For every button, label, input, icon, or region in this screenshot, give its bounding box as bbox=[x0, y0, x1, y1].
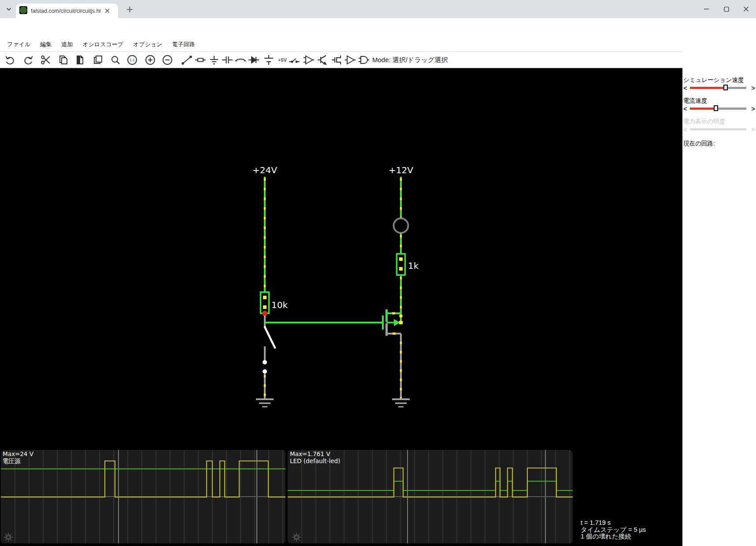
menu-scopes[interactable]: オシロスコープ bbox=[82, 41, 123, 48]
window-minimize-button[interactable] bbox=[697, 0, 716, 18]
circuit-canvas[interactable]: +24V 10k bbox=[0, 68, 682, 546]
slider-handle[interactable] bbox=[723, 85, 728, 90]
tab-title: falstad.com/circuit/circuitjs.htm bbox=[31, 8, 100, 14]
inductor-tool-icon[interactable] bbox=[235, 54, 246, 66]
r1k-label: 1k bbox=[408, 260, 419, 271]
v12-label: +12V bbox=[389, 165, 413, 175]
redo-icon[interactable] bbox=[23, 54, 34, 66]
scope1-title: 電圧源 bbox=[3, 457, 21, 464]
switch-tool-icon[interactable] bbox=[289, 54, 300, 66]
find-icon[interactable] bbox=[110, 54, 121, 66]
cut-scissors-icon[interactable] bbox=[40, 54, 52, 66]
v24-label: +24V bbox=[252, 165, 277, 175]
icon-toolbar: 1:1 +5V bbox=[0, 52, 756, 68]
copy-icon[interactable] bbox=[58, 54, 69, 66]
resistor-10k[interactable]: 10k bbox=[261, 292, 288, 313]
paste-icon[interactable] bbox=[74, 54, 86, 66]
current-circuit-label: 現在の回路: bbox=[683, 140, 715, 148]
opamp-tool-icon[interactable] bbox=[303, 54, 315, 66]
sim-speed-label: シミュレーション速度 bbox=[683, 76, 744, 84]
ground-symbol-left[interactable] bbox=[256, 399, 274, 407]
voltage-rail-12v[interactable]: +12V bbox=[389, 165, 413, 218]
zoom-in-icon[interactable] bbox=[145, 54, 156, 66]
sim-speed-slider[interactable]: < > bbox=[682, 85, 756, 92]
zoom-100-icon[interactable]: 1:1 bbox=[126, 54, 138, 66]
resistor-1k[interactable]: 1k bbox=[397, 254, 419, 275]
scope2-max-label: Max=1.761 V bbox=[290, 450, 330, 457]
sidebar: シミュレーション速度 < > 電流速度 < > 電力表示の明度 < > 現在の回… bbox=[682, 37, 756, 546]
transistor-tool-icon[interactable] bbox=[317, 54, 329, 66]
plus5v-tool-label[interactable]: +5V bbox=[277, 54, 288, 66]
bad-connection-node[interactable] bbox=[262, 311, 267, 316]
slider-handle[interactable] bbox=[714, 105, 718, 111]
slider-right-arrow[interactable]: > bbox=[751, 105, 755, 112]
slider-left-arrow[interactable]: < bbox=[683, 84, 687, 92]
scope-panels[interactable] bbox=[1, 450, 573, 543]
slider-left-arrow[interactable]: < bbox=[683, 105, 687, 112]
current-speed-slider[interactable]: < > bbox=[682, 105, 756, 112]
new-tab-button[interactable] bbox=[124, 4, 135, 15]
ground-tool-icon[interactable] bbox=[208, 54, 220, 66]
scope-panel[interactable] bbox=[1, 450, 285, 543]
browser-tab[interactable]: falstad.com/circuit/circuitjs.htm bbox=[16, 4, 118, 18]
power-brightness-slider: < > bbox=[682, 126, 756, 133]
capacitor-tool-icon[interactable] bbox=[222, 54, 233, 66]
ground-symbol-right[interactable] bbox=[392, 399, 410, 407]
resistor-tool-icon[interactable] bbox=[195, 54, 206, 66]
slider-right-arrow: > bbox=[751, 126, 755, 133]
scope1-settings-gear-icon[interactable] bbox=[4, 533, 13, 542]
ground-wire-left[interactable] bbox=[263, 369, 267, 398]
tab-search-chevron-icon[interactable] bbox=[4, 4, 14, 15]
browser-window: falstad.com/circuit/circuitjs.htm bbox=[0, 0, 756, 546]
tab-close-icon[interactable] bbox=[103, 7, 111, 15]
window-maximize-button[interactable] bbox=[716, 0, 736, 18]
sim-status-text: t = 1.719 s タイムステップ = 5 µs 1 個の壊れた接続 bbox=[581, 520, 646, 540]
undo-icon[interactable] bbox=[4, 54, 15, 66]
sim-time: t = 1.719 s bbox=[581, 519, 611, 526]
svg-text:1:1: 1:1 bbox=[130, 58, 135, 62]
tab-strip: falstad.com/circuit/circuitjs.htm bbox=[0, 0, 756, 18]
browser-nav-bar: falstad.com/circuit/circuitjs.html bbox=[0, 18, 756, 37]
scope2-title: LED (default-led) bbox=[290, 457, 340, 464]
mode-label: Mode: 選択/ドラッグ選択 bbox=[372, 56, 448, 64]
bad-connection-warning: 1 個の壊れた接続 bbox=[581, 533, 631, 540]
mosfet-tool-icon[interactable] bbox=[331, 54, 343, 66]
voltage-rail-24v[interactable]: +24V bbox=[252, 165, 277, 292]
wire-tool-icon[interactable] bbox=[181, 54, 193, 66]
voltage-source-tool-icon[interactable] bbox=[263, 54, 274, 66]
wire-post[interactable] bbox=[263, 369, 267, 374]
menu-circuits[interactable]: 電子回路 bbox=[172, 41, 195, 48]
menu-options[interactable]: オプション bbox=[133, 41, 163, 48]
scope1-max-label: Max=24 V bbox=[3, 450, 34, 457]
logic-gate-tool-icon[interactable] bbox=[358, 54, 370, 66]
diode-tool-icon[interactable] bbox=[248, 54, 259, 66]
app-menu-bar: ファイル 編集 追加 オシロスコープ オプション 電子回路 bbox=[0, 37, 756, 52]
zoom-out-icon[interactable] bbox=[162, 54, 173, 66]
power-brightness-label: 電力表示の明度 bbox=[683, 118, 725, 126]
menu-edit[interactable]: 編集 bbox=[40, 41, 52, 48]
slider-left-arrow: < bbox=[683, 126, 687, 133]
menu-file[interactable]: ファイル bbox=[7, 41, 30, 48]
current-speed-label: 電流速度 bbox=[683, 97, 707, 105]
switch-lever[interactable] bbox=[265, 327, 275, 348]
window-close-button[interactable] bbox=[736, 0, 756, 18]
mosfet-n-channel[interactable] bbox=[383, 309, 403, 336]
scope2-settings-gear-icon[interactable] bbox=[292, 533, 301, 542]
menu-draw[interactable]: 追加 bbox=[61, 41, 73, 48]
switch-post[interactable] bbox=[263, 360, 267, 364]
r10k-label: 10k bbox=[271, 300, 288, 310]
sim-timestep: タイムステップ = 5 µs bbox=[581, 526, 646, 533]
slider-right-arrow[interactable]: > bbox=[751, 84, 755, 92]
buffer-tool-icon[interactable] bbox=[345, 54, 356, 66]
led-off[interactable] bbox=[394, 219, 408, 233]
favicon bbox=[19, 6, 27, 16]
duplicate-icon[interactable] bbox=[92, 54, 104, 66]
